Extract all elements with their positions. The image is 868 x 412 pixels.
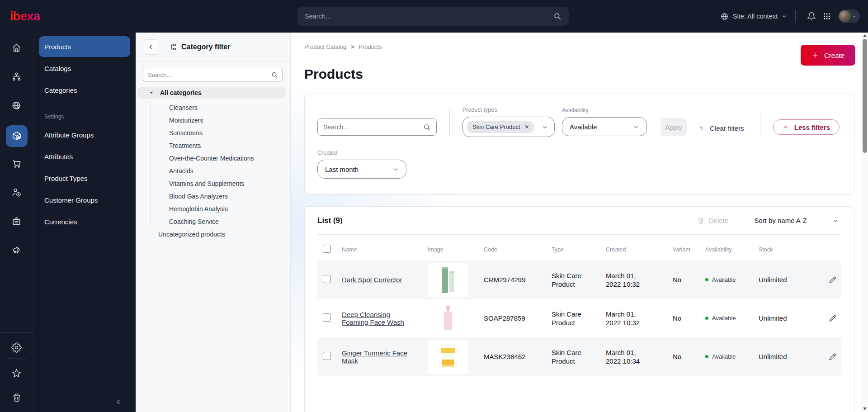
sort-select[interactable]: Sort by name A-Z (754, 217, 841, 224)
product-name-link[interactable]: Deep Cleansing Foaming Face Wash (342, 311, 410, 326)
bookmarks-star-icon[interactable] (6, 364, 28, 382)
close-icon (698, 125, 704, 131)
chevron-down-icon (633, 123, 639, 130)
edit-pencil-icon[interactable] (829, 314, 837, 322)
edit-pencil-icon[interactable] (829, 353, 837, 361)
site-context-selector[interactable]: Site: All context (720, 12, 787, 21)
category-filter-panel: Category filter All categories Cleansers… (136, 33, 291, 412)
commerce-cart-icon[interactable] (6, 154, 28, 172)
product-catalog-icon[interactable] (6, 125, 28, 147)
availability-select[interactable]: Available (562, 117, 647, 136)
filter-search-input[interactable] (323, 123, 423, 131)
marketing-megaphone-icon[interactable] (6, 241, 28, 259)
sidebar-item[interactable]: Categories (39, 80, 130, 100)
product-image (428, 302, 468, 335)
scrollbar-thumb[interactable] (863, 39, 867, 153)
category-tree-item[interactable]: Blood Gas Analyzers (136, 190, 290, 203)
sidebar-item[interactable]: Customer Groups (39, 189, 130, 210)
content-tree-icon[interactable] (6, 67, 28, 85)
filter-search[interactable] (317, 118, 437, 136)
company-badge-icon[interactable] (6, 212, 28, 230)
category-tree-root[interactable]: All categories (137, 87, 286, 99)
product-type: Skin Care Product (552, 271, 597, 289)
back-chevron-button[interactable] (143, 39, 159, 55)
user-menu[interactable] (838, 9, 860, 23)
row-checkbox[interactable] (323, 313, 331, 322)
customers-icon[interactable] (6, 183, 28, 201)
sidebar-item[interactable]: Catalogs (39, 58, 130, 79)
product-name-link[interactable]: Dark Spot Corrector (342, 276, 402, 284)
product-variant: No (673, 314, 705, 322)
product-name-link[interactable]: Ginger Turmeric Face Mask (342, 349, 410, 365)
category-tree-item[interactable]: Coaching Service (136, 215, 290, 228)
trash-icon[interactable] (6, 388, 28, 407)
delete-button[interactable]: Delete (697, 217, 728, 224)
product-code: CRM2974299 (484, 276, 552, 284)
home-icon[interactable] (6, 38, 28, 57)
product-variant: No (673, 353, 705, 360)
page-title: Products (304, 66, 854, 82)
site-icon[interactable] (6, 96, 28, 114)
rail-subdivider (7, 358, 27, 359)
row-checkbox[interactable] (323, 275, 331, 283)
product-stock: Unlimited (759, 353, 806, 360)
sidebar-item-label: Attribute Groups (44, 131, 94, 139)
apps-grid-icon[interactable] (819, 9, 835, 24)
category-tree-item[interactable]: Antacids (136, 165, 290, 177)
sidebar-section-label: Settings (33, 114, 136, 120)
select-all-checkbox[interactable] (323, 245, 331, 253)
category-search[interactable] (143, 68, 283, 81)
product-type: Skin Care Product (552, 310, 597, 327)
plus-icon (811, 52, 819, 59)
remove-tag-icon[interactable] (524, 124, 529, 129)
category-tree-item[interactable]: Over-the-Counter Medications (136, 152, 290, 165)
less-filters-button[interactable]: Less filters (773, 119, 840, 135)
sidebar-item[interactable]: Currencies (39, 211, 130, 232)
category-uncategorized-item[interactable]: Uncategorized products (136, 228, 290, 241)
global-search-input[interactable] (305, 13, 553, 20)
collapse-sidebar-icon[interactable] (115, 398, 122, 406)
breadcrumb-separator: > (351, 44, 354, 50)
sidebar-item-label: Catalogs (44, 65, 71, 72)
sidebar-item-label: Customer Groups (44, 196, 98, 204)
category-search-input[interactable] (148, 71, 271, 78)
column-header: Variant (673, 246, 705, 253)
category-tree-item[interactable]: Vitamins and Supplements (136, 177, 290, 190)
scrollbar-up-arrow[interactable] (863, 34, 867, 37)
category-tree-item[interactable]: Cleansers (136, 101, 290, 114)
breadcrumb-item: Products (359, 43, 382, 50)
category-tree-children: Cleansers Moisturizers Sunscreens Treatm… (136, 99, 290, 228)
category-tree-item[interactable]: Sunscreens (136, 127, 290, 139)
category-tree-item[interactable]: Moisturizers (136, 114, 290, 127)
row-checkbox[interactable] (323, 352, 331, 360)
scrollbar-down-arrow[interactable] (863, 407, 867, 410)
product-created: March 01, 2022 10:34 (606, 348, 651, 365)
sidebar-item[interactable]: Product Types (39, 168, 130, 189)
product-stock: Unlimited (759, 314, 806, 322)
breadcrumb-item[interactable]: Product Catalog (304, 43, 346, 50)
caret-down-icon[interactable] (149, 90, 154, 95)
product-types-select[interactable]: Skin Care Product (462, 117, 555, 137)
apply-button[interactable]: Apply (660, 118, 687, 136)
product-image (428, 340, 468, 374)
sidebar-item-label: Products (44, 43, 71, 51)
category-tree-item[interactable]: Treatments (136, 139, 290, 152)
sidebar-item[interactable]: Products (39, 36, 130, 57)
product-created: March 01, 2022 10:32 (606, 271, 651, 289)
created-select[interactable]: Last month (317, 160, 406, 179)
sidebar-item-label: Attributes (44, 153, 73, 161)
create-button[interactable]: Create (801, 45, 855, 66)
edit-pencil-icon[interactable] (829, 276, 837, 284)
product-code: SOAP287859 (484, 314, 552, 322)
search-icon[interactable] (553, 12, 561, 20)
notifications-bell-icon[interactable] (804, 9, 819, 24)
sidebar-item[interactable]: Attributes (39, 146, 130, 167)
global-search[interactable] (297, 7, 569, 26)
product-image (428, 263, 468, 297)
clear-filters-button[interactable]: Clear filters (698, 124, 744, 132)
sidebar-item[interactable]: Attribute Groups (39, 124, 130, 145)
settings-gear-icon[interactable] (6, 338, 28, 356)
category-tree-item[interactable]: Hemoglobin Analysis (136, 203, 290, 215)
filter-divider (760, 109, 760, 137)
scrollbar[interactable] (861, 33, 868, 412)
